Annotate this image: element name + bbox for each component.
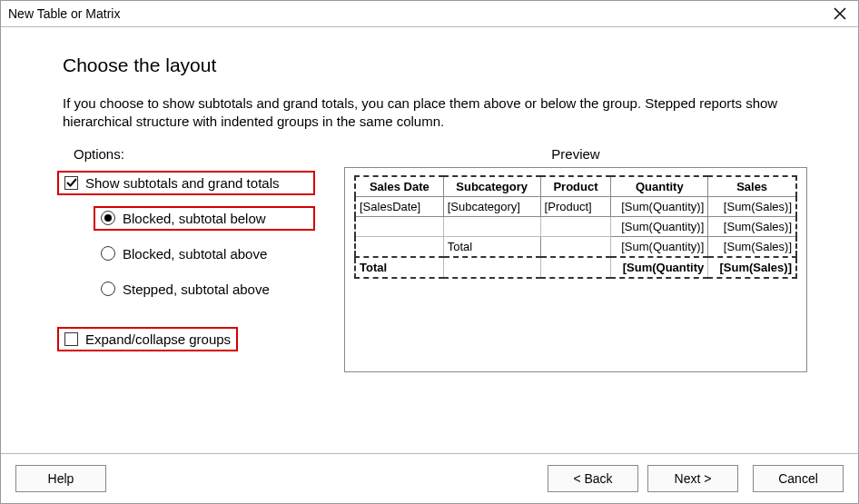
header-product: Product <box>540 176 611 197</box>
back-button[interactable]: < Back <box>548 465 638 492</box>
label-blocked-below: Blocked, subtotal below <box>123 211 266 226</box>
cell-empty <box>443 216 540 236</box>
cell-product: [Product] <box>540 196 611 216</box>
cell-total-label: Total <box>443 236 540 257</box>
cell-quantity: [Sum(Quantity)] <box>611 216 708 236</box>
preview-column: Preview Sales Date Subcategory Product Q… <box>344 146 807 372</box>
label-stepped-above: Stepped, subtotal above <box>123 282 270 297</box>
header-sales: Sales <box>708 176 796 197</box>
cancel-button[interactable]: Cancel <box>753 465 844 492</box>
preview-box: Sales Date Subcategory Product Quantity … <box>344 167 807 372</box>
radio-blocked-above[interactable] <box>101 246 115 261</box>
option-blocked-above[interactable]: Blocked, subtotal above <box>94 242 315 266</box>
window-title: New Table or Matrix <box>8 6 120 21</box>
cell-quantity: [Sum(Quantity <box>611 257 708 278</box>
options-label: Options: <box>74 146 315 162</box>
preview-header-row: Sales Date Subcategory Product Quantity … <box>355 176 796 197</box>
button-bar: Help < Back Next > Cancel <box>1 453 858 503</box>
dialog-window: New Table or Matrix Choose the layout If… <box>0 0 859 504</box>
label-show-totals: Show subtotals and grand totals <box>85 175 279 191</box>
cell-empty <box>540 236 611 257</box>
checkmark-icon <box>66 177 77 188</box>
cell-sales: [Sum(Sales)] <box>708 196 796 216</box>
cell-sales: [Sum(Sales)] <box>708 257 796 278</box>
preview-table: Sales Date Subcategory Product Quantity … <box>354 175 797 279</box>
cell-subcategory: [Subcategory] <box>443 196 540 216</box>
options-column: Options: Show subtotals and grand totals… <box>57 146 315 372</box>
header-subcategory: Subcategory <box>443 176 540 197</box>
cell-empty <box>355 216 443 236</box>
preview-subtotal-row-2: Total [Sum(Quantity)] [Sum(Sales)] <box>355 236 796 257</box>
preview-data-row: [SalesDate] [Subcategory] [Product] [Sum… <box>355 196 796 216</box>
radio-stepped-above[interactable] <box>101 282 115 296</box>
header-sales-date: Sales Date <box>355 176 443 197</box>
page-description: If you choose to show subtotals and gran… <box>63 94 807 132</box>
cell-empty <box>355 236 443 257</box>
content-area: Choose the layout If you choose to show … <box>1 27 858 381</box>
page-heading: Choose the layout <box>63 54 807 76</box>
preview-subtotal-row-1: [Sum(Quantity)] [Sum(Sales)] <box>355 216 796 236</box>
cell-sales: [Sum(Sales)] <box>708 236 796 257</box>
option-stepped-above[interactable]: Stepped, subtotal above <box>94 277 315 301</box>
cell-sales: [Sum(Sales)] <box>708 216 796 236</box>
radio-blocked-below[interactable] <box>101 211 115 225</box>
checkbox-expand-collapse[interactable] <box>64 332 78 346</box>
label-expand-collapse: Expand/collapse groups <box>85 331 231 347</box>
titlebar: New Table or Matrix <box>1 1 858 26</box>
preview-grand-total-row: Total [Sum(Quantity [Sum(Sales)] <box>355 257 796 278</box>
label-blocked-above: Blocked, subtotal above <box>123 246 267 262</box>
help-button[interactable]: Help <box>15 465 106 492</box>
cell-quantity: [Sum(Quantity)] <box>611 236 708 257</box>
close-button[interactable] <box>829 3 851 25</box>
preview-label: Preview <box>344 146 807 162</box>
option-expand-collapse[interactable]: Expand/collapse groups <box>57 327 238 351</box>
option-show-totals[interactable]: Show subtotals and grand totals <box>57 171 315 195</box>
next-button[interactable]: Next > <box>647 465 738 492</box>
cell-empty <box>540 257 611 278</box>
cell-empty <box>443 257 540 278</box>
checkbox-show-totals[interactable] <box>64 176 78 190</box>
cell-empty <box>540 216 611 236</box>
cell-quantity: [Sum(Quantity)] <box>611 196 708 216</box>
option-blocked-below[interactable]: Blocked, subtotal below <box>94 206 315 231</box>
close-icon <box>834 7 846 20</box>
cell-salesdate: [SalesDate] <box>355 196 443 216</box>
cell-grand-total-label: Total <box>355 257 443 278</box>
header-quantity: Quantity <box>611 176 708 197</box>
